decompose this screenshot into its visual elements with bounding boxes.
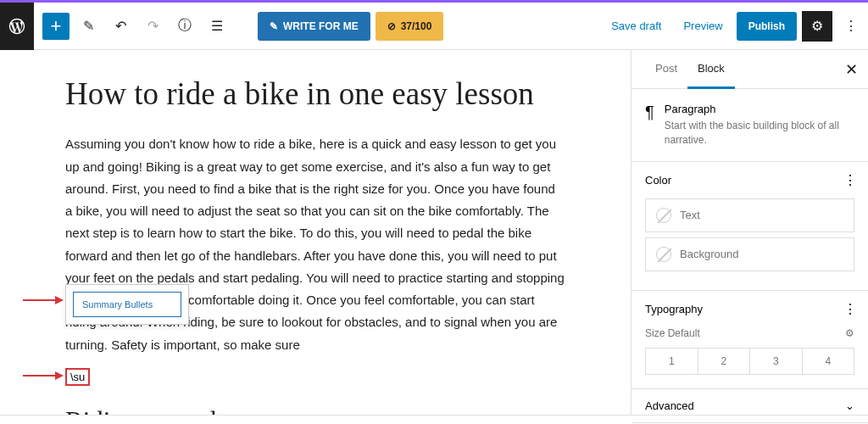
editor-canvas[interactable]: How to ride a bike in one easy lesson As…: [0, 50, 631, 415]
paragraph-block[interactable]: Assuming you don't know how to ride a bi…: [65, 133, 565, 356]
slash-trigger[interactable]: \su: [65, 368, 90, 386]
size-4[interactable]: 4: [803, 349, 854, 374]
wordpress-logo[interactable]: [0, 3, 34, 50]
color-panel-header[interactable]: Color⋮: [632, 162, 868, 198]
preview-link[interactable]: Preview: [675, 14, 731, 37]
settings-button[interactable]: ⚙: [802, 11, 832, 42]
size-2[interactable]: 2: [698, 349, 751, 374]
size-segment: 1 2 3 4: [645, 348, 854, 375]
credits-button[interactable]: ⊘ 37/100: [376, 12, 444, 41]
summary-bullets-option[interactable]: Summary Bullets: [73, 292, 181, 317]
label: Typography: [645, 303, 703, 315]
annotation-arrow: [23, 375, 62, 377]
label: Text: [680, 209, 700, 221]
publish-button[interactable]: Publish: [737, 12, 797, 41]
sliders-icon[interactable]: ⚙: [845, 327, 854, 339]
no-color-icon: [656, 247, 671, 262]
heading-block[interactable]: Riding around: [65, 406, 565, 415]
close-icon[interactable]: ✕: [845, 60, 858, 79]
info-icon[interactable]: ⓘ: [171, 13, 198, 40]
label: Size: [645, 327, 665, 339]
annotation-arrow: [23, 299, 62, 301]
more-menu[interactable]: ⋮: [837, 18, 861, 34]
size-3[interactable]: 3: [750, 349, 803, 374]
advanced-panel-header[interactable]: Advanced⌄: [632, 389, 868, 422]
post-title[interactable]: How to ride a bike in one easy lesson: [65, 75, 565, 113]
outline-icon[interactable]: ☰: [203, 13, 231, 40]
save-draft-link[interactable]: Save draft: [603, 14, 670, 37]
text-color-row[interactable]: Text: [645, 198, 854, 232]
paragraph-icon: ¶: [645, 103, 654, 148]
more-icon: ⋮: [843, 301, 854, 317]
label: 37/100: [401, 20, 432, 32]
block-name: Paragraph: [665, 103, 854, 115]
tab-post[interactable]: Post: [645, 50, 687, 88]
more-icon: ⋮: [843, 172, 854, 188]
label: WRITE FOR ME: [283, 20, 359, 32]
background-color-row[interactable]: Background: [645, 237, 854, 271]
tab-block[interactable]: Block: [687, 50, 735, 89]
settings-sidebar: Post Block ✕ ¶ Paragraph Start with the …: [631, 50, 868, 415]
redo-icon[interactable]: ↷: [139, 13, 166, 40]
typography-panel-header[interactable]: Typography⋮: [632, 291, 868, 327]
size-1[interactable]: 1: [646, 349, 698, 374]
add-block-button[interactable]: +: [42, 13, 70, 40]
write-for-me-button[interactable]: ✎ WRITE FOR ME: [258, 12, 370, 41]
edit-icon[interactable]: ✎: [75, 13, 102, 40]
undo-icon[interactable]: ↶: [107, 13, 134, 40]
label: Advanced: [645, 399, 694, 412]
label: Default: [668, 327, 700, 339]
autocomplete-popup: Summary Bullets: [65, 284, 189, 325]
chevron-down-icon: ⌄: [845, 399, 854, 412]
no-color-icon: [656, 208, 671, 223]
block-desc: Start with the basic building block of a…: [665, 119, 854, 148]
label: Background: [680, 248, 738, 260]
label: Color: [645, 174, 671, 187]
